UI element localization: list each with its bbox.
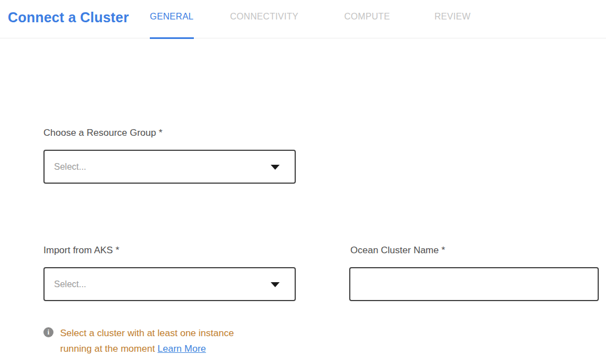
tab-compute[interactable]: COMPUTE [344,12,390,38]
wizard-header: Connect a Cluster GENERAL CONNECTIVITY C… [0,0,606,38]
connect-cluster-wizard: Connect a Cluster GENERAL CONNECTIVITY C… [0,0,606,364]
resource-group-select[interactable]: Select... [43,150,296,184]
resource-group-label: Choose a Resource Group * [43,127,163,139]
tab-connectivity[interactable]: CONNECTIVITY [230,12,299,38]
learn-more-link[interactable]: Learn More [158,343,206,354]
cluster-name-label: Ocean Cluster Name * [350,245,445,256]
import-aks-placeholder: Select... [54,279,86,289]
cluster-name-input[interactable] [349,267,599,301]
info-note-text: Select a cluster with at least one insta… [60,326,264,357]
resource-group-placeholder: Select... [54,162,86,172]
info-note-message: Select a cluster with at least one insta… [60,328,234,354]
page-title: Connect a Cluster [8,9,129,26]
caret-down-icon [271,165,280,170]
tab-general[interactable]: GENERAL [150,12,194,38]
caret-down-icon [271,282,280,287]
tab-review[interactable]: REVIEW [434,12,471,38]
info-icon: i [43,327,53,337]
import-aks-label: Import from AKS * [43,245,119,256]
cluster-instance-info-note: i Select a cluster with at least one ins… [43,326,266,357]
import-aks-select[interactable]: Select... [43,267,296,301]
